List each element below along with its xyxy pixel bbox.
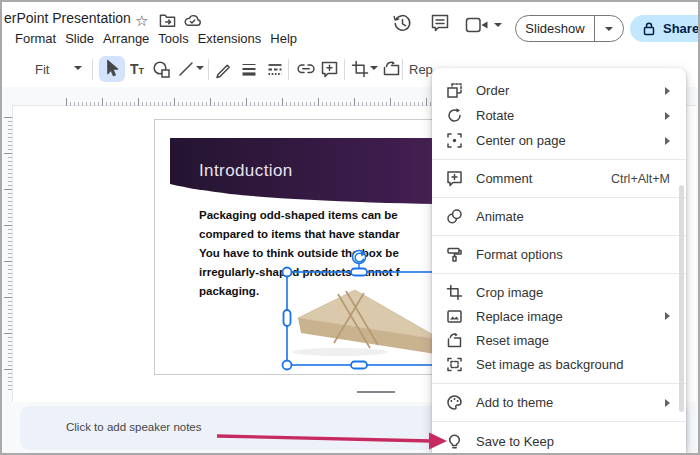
crop-dropdown-caret[interactable] — [370, 66, 378, 70]
menu-arrange[interactable]: Arrange — [103, 31, 149, 46]
reset-image-icon — [446, 332, 463, 349]
slideshow-button[interactable]: Slideshow — [516, 21, 594, 36]
select-tool-icon[interactable] — [105, 59, 120, 78]
menu-item-crop-image[interactable]: Crop image — [432, 280, 686, 304]
notes-resize-handle[interactable] — [357, 391, 395, 393]
menu-bar: Format Slide Arrange Tools Extensions He… — [15, 31, 297, 46]
document-title[interactable]: erPoint Presentation — [4, 10, 131, 26]
menu-item-format-options[interactable]: Format options — [432, 242, 686, 267]
corner-handle-top-left[interactable] — [283, 268, 292, 277]
border-weight-icon[interactable] — [240, 60, 258, 79]
selected-image[interactable] — [278, 248, 442, 374]
crop-tool-icon[interactable] — [351, 60, 369, 79]
submenu-arrow — [665, 399, 670, 407]
replace-image-toolbar-button[interactable]: Rep — [409, 62, 433, 77]
meet-camera-icon[interactable] — [465, 16, 491, 34]
border-dash-icon[interactable] — [266, 60, 284, 79]
menu-tools[interactable]: Tools — [158, 31, 188, 46]
edge-handle-bottom[interactable] — [351, 362, 367, 369]
menu-item-replace-image[interactable]: Replace image — [432, 304, 686, 328]
zoom-fit-select[interactable]: Fit — [35, 62, 49, 77]
fit-dropdown-caret[interactable] — [74, 66, 82, 70]
toolbar-divider — [288, 59, 289, 80]
menu-item-comment[interactable]: CommentCtrl+Alt+M — [432, 166, 686, 191]
edge-handle-left[interactable] — [284, 310, 291, 326]
toolbar-divider — [344, 59, 345, 80]
horizontal-ruler — [66, 98, 434, 106]
shape-tool-icon[interactable] — [152, 60, 171, 79]
star-icon[interactable]: ☆ — [135, 12, 148, 30]
menu-format[interactable]: Format — [15, 31, 56, 46]
submenu-arrow — [665, 87, 670, 95]
rotate-handle[interactable] — [353, 251, 366, 264]
toolbar-divider — [208, 59, 209, 80]
submenu-arrow — [665, 312, 670, 320]
menu-item-center-on-page[interactable]: Center on page — [432, 128, 686, 153]
line-dropdown-caret[interactable] — [196, 66, 204, 70]
lock-icon — [642, 21, 656, 36]
insert-link-icon[interactable] — [296, 60, 316, 79]
animate-icon — [446, 208, 463, 225]
camera-dropdown-caret[interactable] — [494, 23, 502, 27]
menu-divider — [432, 159, 686, 160]
menu-item-rotate[interactable]: Rotate — [432, 103, 686, 128]
menu-scrollbar[interactable] — [679, 185, 684, 412]
comments-icon[interactable] — [430, 13, 450, 33]
slideshow-dropdown[interactable] — [595, 27, 623, 31]
menu-extensions[interactable]: Extensions — [198, 31, 262, 46]
google-slides-window: erPoint Presentation ☆ Format Slide Arra… — [0, 0, 700, 455]
slide-title[interactable]: Introduction — [199, 161, 293, 181]
reset-image-tool-icon[interactable] — [382, 60, 401, 79]
body-line: compared to items that have standar — [199, 225, 437, 244]
menu-divider — [432, 197, 686, 198]
submenu-arrow — [665, 137, 670, 145]
menu-slide[interactable]: Slide — [65, 31, 94, 46]
menu-shortcut: Ctrl+Alt+M — [611, 172, 670, 186]
share-button[interactable]: Share — [630, 15, 700, 42]
palette-icon — [446, 394, 463, 411]
menu-divider — [432, 421, 686, 422]
replace-image-icon — [446, 308, 463, 325]
cloud-status-icon[interactable] — [184, 13, 202, 28]
move-folder-icon[interactable] — [159, 13, 176, 28]
edge-handle-top[interactable] — [351, 269, 367, 276]
menu-help[interactable]: Help — [270, 31, 297, 46]
vertical-ruler — [4, 117, 12, 390]
comment-icon — [446, 170, 463, 187]
context-menu: Order Rotate Center on page CommentCtrl+… — [432, 68, 686, 455]
menu-divider — [432, 383, 686, 384]
submenu-arrow — [665, 112, 670, 120]
version-history-icon[interactable] — [392, 13, 413, 34]
menu-item-reset-image[interactable]: Reset image — [432, 328, 686, 352]
annotation-arrow — [207, 427, 452, 452]
order-icon — [446, 82, 463, 99]
menu-divider — [432, 235, 686, 236]
toolbar-divider — [92, 59, 93, 80]
line-tool-icon[interactable] — [178, 60, 194, 79]
speaker-notes-placeholder: Click to add speaker notes — [66, 421, 202, 433]
menu-item-set-image-as-background[interactable]: Set image as background — [432, 352, 686, 377]
rotate-icon — [446, 107, 463, 124]
corner-handle-bottom-left[interactable] — [283, 361, 292, 370]
menu-item-save-to-keep[interactable]: Save to Keep — [432, 428, 686, 455]
pen-tool-icon[interactable] — [215, 60, 234, 79]
center-on-page-icon — [446, 132, 463, 149]
menu-item-add-to-theme[interactable]: Add to theme — [432, 390, 686, 415]
body-line: Packaging odd-shaped items can be — [199, 206, 437, 225]
menu-item-animate[interactable]: Animate — [432, 204, 686, 229]
toolbar-divider — [402, 59, 403, 80]
format-options-icon — [446, 246, 463, 263]
menu-item-order[interactable]: Order — [432, 78, 686, 103]
menu-divider — [432, 273, 686, 274]
crop-icon — [446, 284, 463, 301]
share-button-label: Share — [663, 21, 699, 36]
set-background-icon — [446, 356, 463, 373]
slideshow-button-group: Slideshow — [515, 15, 624, 42]
textbox-tool-icon[interactable]: TT — [130, 61, 144, 77]
add-comment-icon[interactable] — [320, 60, 339, 79]
